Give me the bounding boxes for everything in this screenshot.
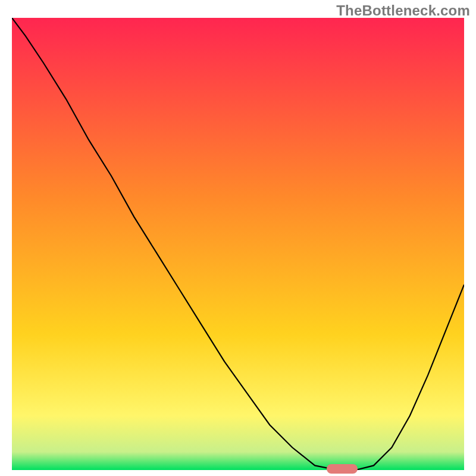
optimal-marker (327, 464, 358, 474)
chart-background-gradient (12, 18, 464, 470)
chart-plot-area (12, 18, 464, 470)
watermark-text: TheBottleneck.com (336, 2, 470, 19)
chart-container: TheBottleneck.com (0, 0, 476, 476)
chart-svg (12, 18, 464, 470)
